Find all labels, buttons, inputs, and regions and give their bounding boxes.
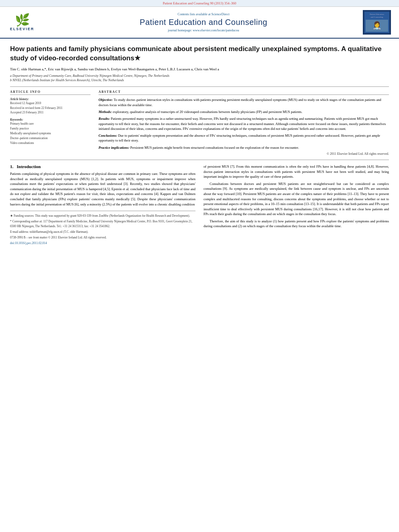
article-info-abstract: ARTICLE INFO Article history: Received 1… <box>10 90 389 156</box>
methods-label: Methods: <box>99 110 112 114</box>
keywords-block: Keywords: Primary health care Family pra… <box>10 118 90 146</box>
intro-para-1: Patients complaining of physical symptom… <box>10 171 195 207</box>
section-title: Introduction <box>17 164 41 169</box>
article-info-label: ARTICLE INFO <box>10 90 90 95</box>
results-text: Patients presented many symptoms in a ra… <box>99 117 386 131</box>
footnote-star: ★ Funding sources: This study was suppor… <box>10 214 195 218</box>
intro-body-right: of persistent MUS [7]. From this moment … <box>204 164 389 229</box>
divider-1 <box>10 86 389 87</box>
article-info-column: ARTICLE INFO Article history: Received 1… <box>10 90 90 156</box>
article-history-block: Article history: Received 12 August 2010… <box>10 97 90 115</box>
abstract-label: ABSTRACT <box>99 90 389 95</box>
objective-label: Objective: <box>99 98 113 102</box>
authors-text: Tim C. olde Hartman a,*, Eric van Rijswi… <box>10 67 219 71</box>
intro-para-4: Therefore, the aim of this study is to a… <box>204 219 389 229</box>
history-line-2: Received in revised form 22 February 201… <box>10 106 90 110</box>
journal-header: 🌿 ELSEVIER Contents lists available at S… <box>0 7 399 39</box>
results-label: Results: <box>99 117 110 121</box>
footnote-area: ★ Funding sources: This study was suppor… <box>10 211 195 246</box>
divider-2 <box>10 160 389 160</box>
intro-body-left: Patients complaining of physical symptom… <box>10 171 195 207</box>
abstract-practice: Practice implications: Persistent MUS pa… <box>99 145 389 150</box>
history-label: Article history: <box>10 97 90 101</box>
journal-thumbnail: Patient Educationand Counseling 👩‍⚕️ <box>363 10 391 35</box>
elsevier-tree-icon: 🌿 <box>8 14 36 26</box>
methods-text: exploratory, qualitative analysis of tra… <box>113 110 302 114</box>
abstract-methods: Methods: exploratory, qualitative analys… <box>99 109 389 114</box>
main-content: How patients and family physicians commu… <box>0 39 399 253</box>
journal-thumb-inner: Patient Educationand Counseling 👩‍⚕️ <box>364 12 389 33</box>
intro-para-2: of persistent MUS [7]. From this moment … <box>204 164 389 179</box>
footnote-asterisk: * Corresponding author at: 117 Departmen… <box>10 219 195 228</box>
kw-5: Video consultations <box>10 141 90 146</box>
authors-line: Tim C. olde Hartman a,*, Eric van Rijswi… <box>10 67 389 71</box>
footnote-doi[interactable]: doi:10.1016/j.pec.2011.02.014 <box>10 241 195 245</box>
history-line-3: Accepted 23 February 2011 <box>10 110 90 115</box>
body-two-col: 1. Introduction Patients complaining of … <box>10 164 389 247</box>
elsevier-logo: 🌿 ELSEVIER <box>8 14 36 31</box>
abstract-objective: Objective: To study doctor–patient inter… <box>99 97 389 107</box>
sciencedirect-link[interactable]: Contents lists available at ScienceDirec… <box>44 12 363 16</box>
journal-url[interactable]: journal homepage: www.elsevier.com/locat… <box>44 29 363 32</box>
history-line-1: Received 12 August 2010 <box>10 101 90 105</box>
copyright-text: © 2011 Elsevier Ireland Ltd. All rights … <box>99 152 389 156</box>
affiliation-a: a Department of Primary and Community Ca… <box>10 74 389 78</box>
practice-text: Persistent MUS patients might benefit fr… <box>130 146 299 150</box>
abstract-column: ABSTRACT Objective: To study doctor–pati… <box>99 90 389 156</box>
affiliations: a Department of Primary and Community Ca… <box>10 74 389 82</box>
keywords-label: Keywords: <box>10 118 90 121</box>
abstract-results: Results: Patients presented many symptom… <box>99 116 389 131</box>
intro-para-3: Consultations between doctors and persis… <box>204 181 389 217</box>
article-title: How patients and family physicians commu… <box>10 45 389 63</box>
kw-4: Doctor–patient communication <box>10 136 90 141</box>
kw-3: Medically unexplained symptoms <box>10 131 90 136</box>
journal-center: Contents lists available at ScienceDirec… <box>44 12 363 32</box>
conclusions-label: Conclusions: <box>99 134 117 138</box>
affiliation-b: b NIVEL (Netherlands Institute for Healt… <box>10 78 389 82</box>
abstract-conclusions: Conclusions: Due to patients' multiple s… <box>99 133 389 143</box>
abstract-text: Objective: To study doctor–patient inter… <box>99 97 389 150</box>
journal-citation-text: Patient Education and Counseling 90 (201… <box>163 1 237 5</box>
body-col-right: of persistent MUS [7]. From this moment … <box>204 164 389 247</box>
objective-text: To study doctor–patient interaction styl… <box>99 98 381 107</box>
journal-title: Patient Education and Counseling <box>44 18 363 27</box>
footnote-issn: 0738-3991/$ – see front matter © 2011 El… <box>10 235 195 240</box>
footnote-email: E-mail address: toldeHartman@elg.uucn.nl… <box>10 230 195 234</box>
conclusions-text: Due to patients' multiple symptom presen… <box>99 134 380 142</box>
kw-2: Family practice <box>10 126 90 131</box>
doi-text: doi:10.1016/j.pec.2011.02.014 <box>10 241 47 245</box>
practice-label: Practice implications: <box>99 146 130 150</box>
elsevier-wordmark: ELSEVIER <box>8 27 36 31</box>
journal-citation-bar: Patient Education and Counseling 90 (201… <box>0 0 399 7</box>
kw-1: Primary health care <box>10 121 90 126</box>
section-number: 1. <box>10 164 13 169</box>
introduction-heading: 1. Introduction <box>10 164 195 169</box>
body-col-left: 1. Introduction Patients complaining of … <box>10 164 195 247</box>
